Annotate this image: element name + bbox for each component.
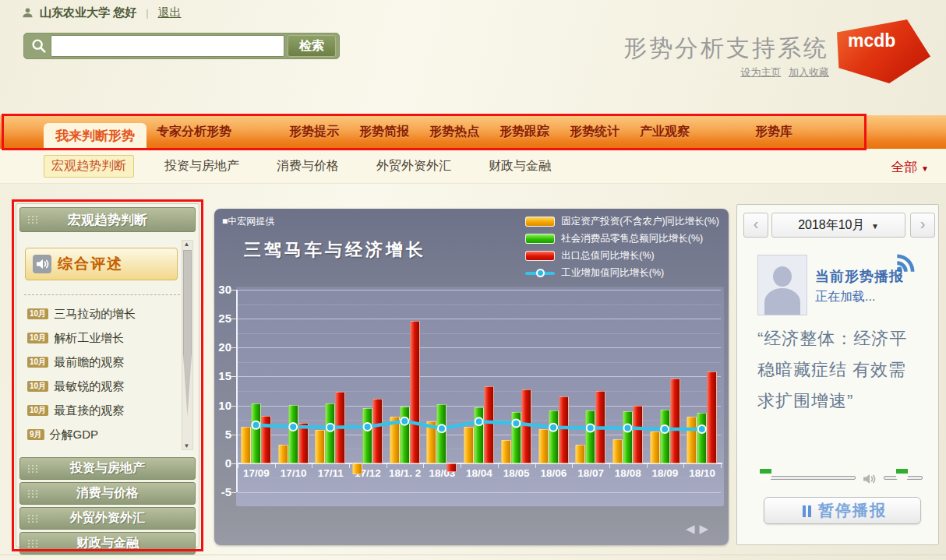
legend-swatch (525, 251, 555, 261)
sidebar-header-macro-trend[interactable]: 宏观趋势判断 (19, 207, 196, 232)
y-axis-label: 10 (210, 399, 231, 412)
legend-item-3: 出口总值同比增长(%) (525, 249, 719, 262)
month-badge: 9月 (27, 429, 44, 440)
month-badge: 10月 (27, 381, 48, 392)
plot-area: -505101520253017/0917/1017/1117/1218/1. … (238, 290, 721, 492)
legend-item-2: 社会消费品零售总额同比增长(%) (525, 232, 719, 245)
footer-divider (0, 555, 946, 555)
grip-dots-icon (27, 489, 38, 498)
topbar: 山东农业大学 您好 | 退出 (22, 4, 182, 21)
set-home-link[interactable]: 设为主页 (740, 66, 781, 78)
tab-2[interactable]: 专家分析形势 (146, 124, 242, 140)
tab-6[interactable]: 形势跟踪 (489, 124, 559, 140)
prev-month-button[interactable]: ‹ (743, 213, 768, 238)
search-input[interactable] (51, 35, 284, 57)
add-favorite-link[interactable]: 加入收藏 (789, 66, 829, 78)
avatar (757, 255, 807, 315)
tab-3[interactable]: 形势提示 (279, 124, 349, 140)
tab-1[interactable]: 我来判断形势 (44, 123, 146, 149)
mcdb-logo: mcdb (837, 19, 930, 83)
logout-link[interactable]: 退出 (158, 5, 182, 20)
subnav-item-4[interactable]: 外贸外资外汇 (369, 156, 458, 177)
sidebar: 宏观趋势判断 综合评述 ▲ ▼ 10月三马拉动的增长10月解析工业增长10月最前… (16, 203, 199, 548)
chart-panel: ■中宏网提供 三驾马车与经济增长 固定资产投资(不含农户)同比增长(%)社会消费… (214, 209, 729, 545)
broadcast-panel: ‹ 2018年10月 ▼ › 当前形势播报 正在加载... “经济整体：经济平稳… (736, 204, 939, 545)
legend-item-1: 固定资产投资(不含农户)同比增长(%) (525, 215, 719, 228)
sidebar-article-4[interactable]: 10月最敏锐的观察 (27, 378, 124, 395)
month-badge: 10月 (27, 357, 48, 368)
legend-swatch (525, 217, 555, 227)
scrollbar-thumb[interactable] (183, 250, 192, 417)
app-title: 形势分析支持系统 (623, 33, 829, 65)
divider: | (146, 7, 148, 19)
sidebar-article-3[interactable]: 10月最前瞻的观察 (27, 354, 124, 371)
search-button[interactable]: 检索 (288, 35, 336, 57)
tab-5[interactable]: 形势热点 (419, 124, 489, 140)
tab-7[interactable]: 形势统计 (559, 124, 630, 140)
month-badge: 10月 (27, 308, 48, 319)
main-nav: 我来判断形势专家分析形势形势提示形势简报形势热点形势跟踪形势统计产业观察形势库 (0, 115, 946, 149)
volume-icon (860, 470, 881, 488)
grip-dots-icon (27, 539, 38, 548)
next-chart-icon[interactable]: ▶ (699, 522, 713, 535)
chart-legend: 固定资产投资(不含农户)同比增长(%)社会消费品零售总额同比增长(%)出口总值同… (525, 215, 719, 284)
sidebar-article-5[interactable]: 10月最直接的观察 (27, 402, 124, 419)
prev-chart-icon[interactable]: ◀ (686, 522, 700, 535)
tab-4[interactable]: 形势简报 (349, 124, 419, 140)
search-icon (30, 37, 48, 55)
broadcast-now-label: 当前形势播报 (815, 267, 904, 286)
sub-nav: 宏观趋势判断投资与房地产消费与价格外贸外资外汇财政与金融 全部 ▼ (0, 149, 946, 184)
legend-swatch (525, 234, 555, 244)
progress-thumb[interactable] (760, 469, 771, 484)
pause-icon (803, 502, 814, 519)
y-axis-label: 5 (210, 428, 231, 441)
y-axis-label: 20 (210, 340, 231, 354)
sidebar-section-1[interactable]: 投资与房地产 (19, 457, 196, 480)
month-selector[interactable]: 2018年10月 ▼ (771, 213, 905, 238)
y-axis-label: 25 (210, 312, 231, 325)
featured-summary-item[interactable]: 综合评述 (25, 248, 178, 280)
tab-9[interactable]: 形势库 (745, 124, 803, 140)
chart-pager[interactable]: ◀▶ (686, 522, 713, 536)
sidebar-article-1[interactable]: 10月三马拉动的增长 (27, 305, 136, 322)
scroll-down-icon[interactable]: ▼ (182, 442, 191, 449)
logged-in-user: 山东农业大学 您好 (40, 5, 136, 20)
sidebar-section-3[interactable]: 外贸外资外汇 (19, 507, 196, 530)
scroll-up-icon[interactable]: ▲ (182, 241, 191, 248)
search-bar: 检索 (23, 33, 340, 59)
subnav-item-2[interactable]: 投资与房地产 (157, 156, 246, 177)
grip-dots-icon (27, 464, 38, 474)
volume-thumb[interactable] (896, 469, 908, 484)
subnav-item-3[interactable]: 消费与价格 (270, 156, 346, 177)
chevron-down-icon: ▼ (871, 222, 879, 231)
tab-8[interactable]: 产业观察 (630, 124, 700, 140)
month-badge: 10月 (27, 333, 48, 343)
subnav-item-1[interactable]: 宏观趋势判断 (44, 155, 134, 178)
next-month-button[interactable]: › (910, 213, 935, 238)
chart-provider: ■中宏网提供 (222, 215, 274, 228)
all-dropdown[interactable]: 全部 ▼ (891, 158, 929, 176)
y-axis-label: -5 (210, 485, 231, 498)
sidebar-section-4[interactable]: 财政与金融 (19, 532, 196, 555)
legend-swatch (525, 268, 555, 278)
chart-title: 三驾马车与经济增长 (244, 238, 426, 262)
grip-dots-icon (27, 514, 38, 523)
divider (24, 294, 180, 295)
y-axis-label: 15 (210, 369, 231, 382)
sidebar-article-list: 综合评述 ▲ ▼ 10月三马拉动的增长10月解析工业增长10月最前瞻的观察10月… (18, 235, 197, 455)
legend-item-4: 工业增加值同比增长(%) (525, 266, 719, 280)
month-badge: 10月 (27, 405, 48, 416)
sidebar-scrollbar[interactable]: ▲ ▼ (182, 240, 193, 450)
industry-growth-line (238, 290, 721, 492)
sidebar-article-2[interactable]: 10月解析工业增长 (27, 329, 124, 347)
progress-track[interactable] (765, 476, 856, 480)
grip-dots-icon (27, 215, 38, 224)
speaker-icon (33, 255, 51, 273)
chevron-down-icon: ▼ (921, 164, 929, 173)
sidebar-section-2[interactable]: 消费与价格 (19, 482, 196, 505)
sidebar-article-6[interactable]: 9月分解GDP (27, 426, 98, 443)
pause-broadcast-button[interactable]: 暂停播报 (764, 497, 921, 524)
y-axis-label: 0 (210, 456, 231, 470)
y-axis-label: 30 (210, 283, 231, 296)
subnav-item-5[interactable]: 财政与金融 (482, 156, 558, 177)
